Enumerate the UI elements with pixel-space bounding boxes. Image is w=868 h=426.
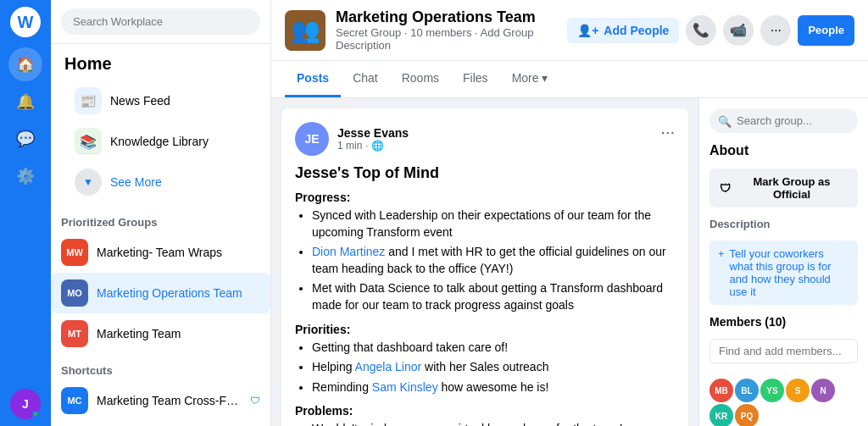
people-button[interactable]: People	[798, 15, 854, 46]
sidebar-item-newsfeed[interactable]: 📰 News Feed	[64, 80, 257, 121]
online-status-dot	[32, 411, 39, 418]
group-label-mkt-ops: Marketing Operations Team	[97, 286, 242, 300]
member-avatars-row: MB BL YS S N KR PQ	[709, 379, 858, 426]
sidebar-see-more[interactable]: ▼ See More	[64, 162, 257, 202]
tab-files[interactable]: Files	[451, 61, 500, 97]
feed-container: JE Jesse Evans 1 min · 🌐 ··· Jesse's Top…	[271, 98, 698, 426]
shortcut-label-mkt-cross: Marketing Team Cross-Function...	[97, 394, 242, 407]
content-row: JE Jesse Evans 1 min · 🌐 ··· Jesse's Top…	[271, 98, 868, 426]
mark-official-label: Mark Group as Official	[736, 175, 848, 201]
post-time: 1 min · 🌐	[337, 140, 409, 152]
group-header-name: Marketing Operations Team	[336, 8, 557, 26]
feed-column: JE Jesse Evans 1 min · 🌐 ··· Jesse's Top…	[271, 98, 698, 426]
sidebar-search-area	[51, 0, 270, 44]
group-avatar-mkt-team: MT	[61, 320, 88, 347]
right-panel: 🔍 About 🛡 Mark Group as Official Descrip…	[698, 98, 868, 426]
tab-rooms[interactable]: Rooms	[390, 61, 451, 97]
group-header: 👥 Marketing Operations Team Secret Group…	[271, 0, 868, 61]
tab-posts[interactable]: Posts	[285, 61, 341, 97]
center-and-right: 👥 Marketing Operations Team Secret Group…	[271, 0, 868, 426]
member-avatar-1: BL	[735, 379, 759, 402]
post-header: JE Jesse Evans 1 min · 🌐	[295, 122, 675, 156]
dion-martinez-link[interactable]: Dion Martinez	[312, 245, 385, 258]
prioritized-groups-title: Prioritized Groups	[51, 206, 270, 232]
more-actions-button[interactable]: ···	[760, 15, 791, 46]
newsfeed-icon: 📰	[75, 87, 102, 114]
shortcuts-title: Shortcuts	[51, 354, 270, 380]
right-search-area: 🔍	[709, 108, 858, 133]
add-people-icon: 👤+	[577, 24, 598, 37]
tab-chat[interactable]: Chat	[341, 61, 390, 97]
post-priority-item-2: Reminding Sam Kinsley how awesome he is!	[312, 379, 675, 396]
description-label: Description	[709, 218, 858, 230]
right-search-icon: 🔍	[718, 114, 732, 127]
group-avatar-mkt-ops: MO	[61, 279, 88, 307]
sidebar-group-mkt-ops[interactable]: MO Marketing Operations Team	[51, 273, 270, 313]
post-progress-label: Progress:	[295, 191, 675, 204]
sidebar-library-label: Knowledge Library	[110, 135, 209, 148]
group-header-avatar: 👥	[285, 10, 326, 51]
post-priority-item-0: Getting that dashboard taken care of!	[312, 340, 675, 357]
group-label-mkt-team: Marketing Team	[97, 327, 181, 340]
about-title: About	[709, 143, 858, 158]
post-progress-item-2: Met with Data Science to talk about gett…	[312, 280, 675, 313]
sidebar-group-mkt-wraps[interactable]: MW Marketing- Team Wraps	[51, 232, 270, 273]
shield-icon: 🛡	[720, 182, 731, 195]
group-header-info: Marketing Operations Team Secret Group ·…	[336, 8, 557, 52]
group-tabs: Posts Chat Rooms Files More ▾	[271, 61, 868, 98]
member-avatar-0: MB	[709, 379, 733, 402]
add-people-button[interactable]: 👤+ Add People	[567, 18, 679, 43]
call-button[interactable]: 📞	[686, 15, 716, 46]
member-avatar-2: YS	[760, 379, 784, 402]
tab-more[interactable]: More ▾	[500, 61, 560, 97]
post-title: Jesse's Top of Mind	[295, 164, 675, 182]
post-card: JE Jesse Evans 1 min · 🌐 ··· Jesse's Top…	[281, 108, 688, 426]
post-problems-list: Wouldn't mind some more virtual happy ho…	[295, 421, 675, 426]
description-hint[interactable]: + Tell your coworkers what this group is…	[709, 241, 858, 305]
member-avatar-4: N	[811, 379, 835, 402]
sidebar-group-mkt-team[interactable]: MT Marketing Team	[51, 313, 270, 354]
post-author-name: Jesse Evans	[337, 126, 409, 140]
angela-linor-link[interactable]: Angela Linor	[355, 360, 422, 373]
post-priorities-label: Priorities:	[295, 323, 675, 336]
app-logo[interactable]: W	[10, 7, 41, 37]
sidebar-newsfeed-label: News Feed	[110, 94, 170, 108]
nav-notifications-btn[interactable]: 🔔	[8, 85, 42, 119]
post-problem-item-0: Wouldn't mind some more virtual happy ho…	[312, 421, 675, 426]
post-priority-item-1: Helping Angela Linor with her Sales outr…	[312, 359, 675, 376]
group-header-subtitle: Secret Group · 10 members · Add Group De…	[336, 26, 557, 52]
nav-user-avatar[interactable]: J	[10, 389, 41, 419]
add-people-label: Add People	[604, 24, 669, 37]
mark-official-button[interactable]: 🛡 Mark Group as Official	[709, 169, 858, 207]
members-section-title: Members (10)	[709, 315, 858, 329]
post-priorities-list: Getting that dashboard taken care of! He…	[295, 340, 675, 396]
sam-kinsley-link[interactable]: Sam Kinsley	[372, 380, 438, 394]
member-avatar-6: PQ	[735, 404, 759, 426]
post-menu-button[interactable]: ···	[660, 122, 675, 141]
group-header-actions: 👤+ Add People 📞 📹 ··· People	[567, 15, 854, 46]
right-search-input[interactable]	[709, 108, 858, 133]
see-more-label: See More	[110, 175, 162, 189]
nav-chat-btn[interactable]: 💬	[8, 122, 42, 156]
nav-home-btn[interactable]: 🏠	[8, 47, 42, 81]
post-progress-item-1: Dion Martinez and I met with HR to get t…	[312, 244, 675, 277]
group-avatar-mkt-wraps: MW	[61, 239, 88, 266]
left-nav: W 🏠 🔔 💬 ⚙️ J	[0, 0, 51, 426]
knowledge-library-icon: 📚	[75, 128, 102, 155]
description-hint-text: Tell your coworkers what this group is f…	[730, 247, 849, 298]
post-progress-item-0: Synced with Leadership on their expectat…	[312, 207, 675, 241]
sidebar-search-input[interactable]	[61, 8, 260, 35]
post-progress-list: Synced with Leadership on their expectat…	[295, 207, 675, 314]
sidebar-home-section: Home 📰 News Feed 📚 Knowledge Library ▼ S…	[51, 44, 270, 206]
post-author-avatar: JE	[295, 122, 329, 156]
find-members-input[interactable]	[709, 339, 858, 363]
video-button[interactable]: 📹	[723, 15, 754, 46]
sidebar-shortcut-inar[interactable]: IN INAR Team	[51, 421, 270, 426]
see-more-arrow-icon: ▼	[75, 169, 102, 196]
nav-settings-btn[interactable]: ⚙️	[8, 159, 42, 193]
sidebar-shortcut-mkt-cross[interactable]: MC Marketing Team Cross-Function... 🛡	[51, 380, 270, 421]
sidebar-item-knowledge-library[interactable]: 📚 Knowledge Library	[64, 121, 257, 162]
post-problems-label: Problems:	[295, 404, 675, 418]
sidebar-home-title: Home	[64, 54, 257, 74]
member-avatar-3: S	[786, 379, 810, 402]
